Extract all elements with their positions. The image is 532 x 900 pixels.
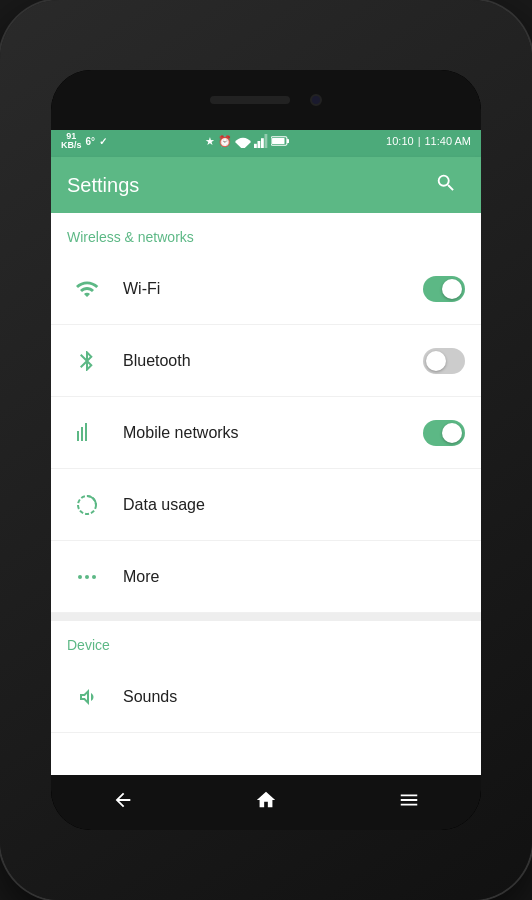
svg-point-8	[78, 575, 82, 579]
app-bar: Settings	[51, 157, 481, 213]
bluetooth-icon	[67, 349, 107, 373]
network-speed: 91 KB/s	[61, 132, 82, 150]
more-label: More	[107, 568, 465, 586]
front-camera	[310, 94, 322, 106]
search-button[interactable]	[427, 164, 465, 207]
alarm-icon: ⏰	[218, 135, 232, 148]
clock-time: 10:10	[386, 135, 414, 147]
wifi-label: Wi-Fi	[107, 280, 423, 298]
phone-body: 91 KB/s 6° ✓ ★ ⏰	[51, 70, 481, 830]
home-button[interactable]	[235, 779, 297, 826]
page-title: Settings	[67, 174, 139, 197]
status-left: 91 KB/s 6° ✓	[61, 132, 107, 150]
more-icon	[67, 565, 107, 589]
data-usage-item[interactable]: Data usage	[51, 469, 481, 541]
data-usage-icon	[67, 493, 107, 517]
check-status-icon: ✓	[99, 136, 107, 147]
wifi-toggle[interactable]	[423, 276, 465, 302]
back-button[interactable]	[92, 779, 154, 826]
svg-point-9	[85, 575, 89, 579]
mobile-networks-item[interactable]: Mobile networks	[51, 397, 481, 469]
menu-button[interactable]	[378, 779, 440, 826]
svg-rect-6	[272, 138, 284, 144]
star-icon: ★	[205, 135, 215, 148]
bluetooth-toggle[interactable]	[423, 348, 465, 374]
bluetooth-item[interactable]: Bluetooth	[51, 325, 481, 397]
navigation-bar	[51, 775, 481, 830]
bluetooth-label: Bluetooth	[107, 352, 423, 370]
mobile-networks-label: Mobile networks	[107, 424, 423, 442]
mobile-network-icon	[67, 421, 107, 445]
phone-top-bezel	[51, 70, 481, 130]
sounds-item[interactable]: Sounds	[51, 661, 481, 733]
wifi-icon	[67, 277, 107, 301]
sounds-icon	[67, 685, 107, 709]
svg-rect-1	[257, 141, 260, 148]
settings-content: Wireless & networks Wi-Fi	[51, 213, 481, 775]
clock-date: 11:40 AM	[425, 135, 471, 147]
svg-rect-2	[261, 138, 264, 148]
mobile-networks-toggle[interactable]	[423, 420, 465, 446]
svg-rect-3	[264, 134, 267, 148]
speaker-grille	[210, 96, 290, 104]
svg-rect-5	[287, 139, 289, 143]
temperature: 6°	[86, 136, 96, 147]
phone-frame: 91 KB/s 6° ✓ ★ ⏰	[0, 0, 532, 900]
search-icon	[435, 172, 457, 194]
more-item[interactable]: More	[51, 541, 481, 613]
status-time: 10:10 | 11:40 AM	[386, 135, 471, 147]
screen: 91 KB/s 6° ✓ ★ ⏰	[51, 125, 481, 775]
sounds-label: Sounds	[107, 688, 465, 706]
section-divider	[51, 613, 481, 621]
device-section-header: Device	[51, 621, 481, 661]
battery-icon	[271, 135, 289, 147]
data-usage-label: Data usage	[107, 496, 465, 514]
wifi-status-icon	[235, 134, 251, 148]
svg-rect-0	[254, 144, 257, 148]
wireless-section-header: Wireless & networks	[51, 213, 481, 253]
signal-icon	[254, 134, 268, 148]
svg-point-10	[92, 575, 96, 579]
wifi-item[interactable]: Wi-Fi	[51, 253, 481, 325]
status-center-icons: ★ ⏰	[205, 134, 289, 148]
